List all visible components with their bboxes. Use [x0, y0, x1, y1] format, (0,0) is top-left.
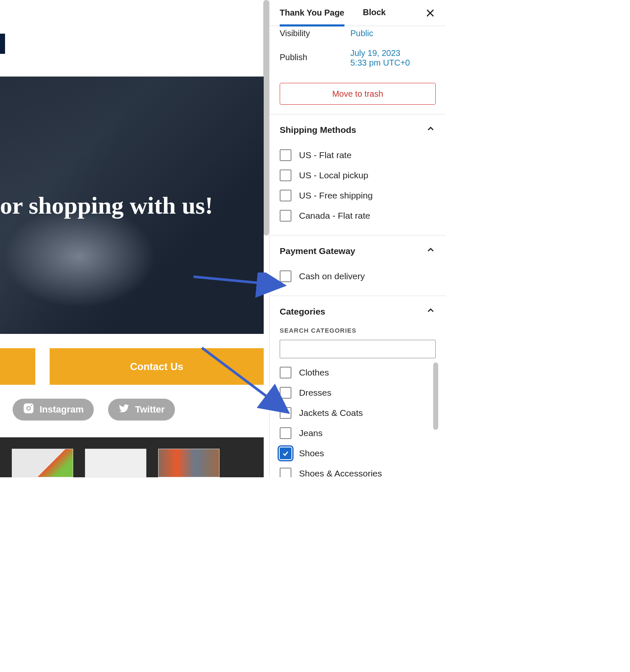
settings-sidebar: Thank You Page Block Visibility Public P… — [269, 0, 446, 477]
categories-toggle[interactable]: Categories — [270, 296, 446, 327]
checkbox[interactable] — [280, 149, 291, 161]
cta-button-partial[interactable] — [0, 348, 35, 385]
checkbox[interactable] — [280, 427, 291, 439]
twitter-label: Twitter — [135, 404, 164, 415]
checkbox[interactable] — [280, 270, 291, 282]
checkbox-item[interactable]: Cash on delivery — [280, 266, 436, 286]
checkbox-label: Dresses — [299, 388, 331, 398]
categories-scrollbar[interactable] — [433, 362, 438, 430]
checkbox[interactable] — [280, 190, 291, 201]
hero-heading[interactable]: or shopping with us! — [0, 191, 213, 220]
checkbox-label: Clothes — [299, 368, 329, 378]
checkbox-label: Jackets & Coats — [299, 408, 363, 418]
editor-canvas[interactable]: or shopping with us! Contact Us Instagra… — [0, 0, 269, 477]
visibility-label: Visibility — [280, 29, 350, 38]
instagram-icon — [23, 402, 34, 417]
publish-label: Publish — [280, 48, 350, 62]
checkbox[interactable] — [280, 468, 291, 477]
gallery-thumb[interactable] — [85, 449, 146, 477]
contact-us-button[interactable]: Contact Us — [50, 348, 264, 385]
checkbox-item[interactable]: Jeans — [280, 423, 436, 443]
checkbox-label: US - Flat rate — [299, 150, 352, 160]
editor-scrollbar[interactable] — [263, 0, 269, 235]
checkbox-item[interactable]: US - Local pickup — [280, 165, 436, 185]
visibility-value[interactable]: Public — [350, 29, 373, 38]
checkbox-label: Shoes — [299, 448, 324, 458]
checkbox-item[interactable]: US - Flat rate — [280, 145, 436, 165]
checkbox-item[interactable]: Shoes — [280, 443, 436, 463]
twitter-pill[interactable]: Twitter — [108, 399, 175, 421]
checkbox-item[interactable]: Dresses — [280, 383, 436, 403]
checkbox-item[interactable]: Shoes & Accessories — [280, 463, 436, 477]
gallery-strip[interactable] — [0, 437, 264, 477]
instagram-label: Instagram — [40, 404, 84, 415]
checkbox[interactable] — [280, 210, 291, 222]
tab-thank-you-page[interactable]: Thank You Page — [280, 8, 344, 26]
payment-gateway-title: Payment Gateway — [280, 246, 355, 256]
gallery-thumb[interactable] — [12, 449, 73, 477]
checkbox[interactable] — [280, 407, 291, 419]
checkbox-item[interactable]: Clothes — [280, 362, 436, 383]
checkbox-label: Shoes & Accessories — [299, 468, 382, 477]
checkbox-label: Cash on delivery — [299, 271, 365, 281]
publish-time: 5:33 pm UTC+0 — [350, 58, 410, 68]
checkbox-item[interactable]: Jackets & Coats — [280, 403, 436, 423]
chevron-up-icon — [426, 124, 436, 136]
checkbox-item[interactable]: Canada - Flat rate — [280, 206, 436, 226]
tab-block[interactable]: Block — [363, 8, 386, 18]
search-categories-label: Search Categories — [280, 327, 436, 334]
hero-cover-block[interactable]: or shopping with us! — [0, 77, 264, 334]
block-handle[interactable] — [0, 34, 5, 54]
chevron-up-icon — [426, 245, 436, 257]
search-categories-input[interactable] — [280, 340, 436, 358]
checkbox-label: Canada - Flat rate — [299, 211, 370, 221]
shipping-methods-title: Shipping Methods — [280, 125, 356, 135]
categories-title: Categories — [280, 307, 326, 317]
gallery-thumb[interactable] — [158, 449, 220, 477]
chevron-up-icon — [426, 305, 436, 317]
checkbox[interactable] — [280, 367, 291, 378]
contact-us-label: Contact Us — [130, 361, 183, 373]
shipping-methods-toggle[interactable]: Shipping Methods — [270, 114, 446, 145]
move-to-trash-button[interactable]: Move to trash — [280, 83, 436, 105]
checkbox-label: Jeans — [299, 428, 323, 438]
payment-gateway-toggle[interactable]: Payment Gateway — [270, 235, 446, 266]
instagram-pill[interactable]: Instagram — [13, 399, 94, 421]
close-icon[interactable] — [425, 8, 436, 19]
publish-date: July 19, 2023 — [350, 48, 410, 58]
publish-value[interactable]: July 19, 2023 5:33 pm UTC+0 — [350, 48, 410, 68]
checkbox[interactable] — [280, 169, 291, 181]
checkbox[interactable] — [280, 447, 291, 459]
checkbox-label: US - Free shipping — [299, 190, 373, 201]
checkbox-item[interactable]: US - Free shipping — [280, 185, 436, 206]
checkbox[interactable] — [280, 387, 291, 399]
twitter-icon — [118, 402, 130, 417]
checkbox-label: US - Local pickup — [299, 170, 368, 180]
